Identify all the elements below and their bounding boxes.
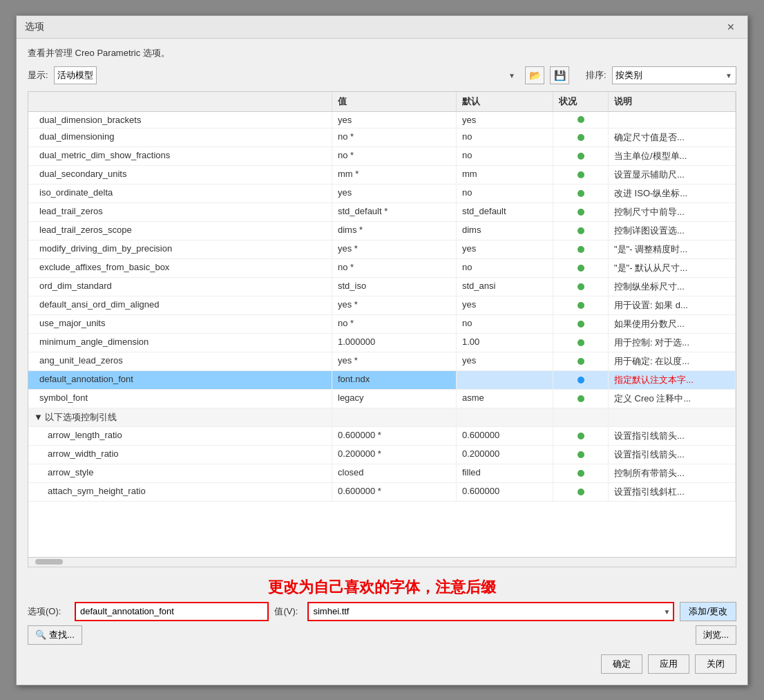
row-status: [553, 315, 609, 333]
row-default: mm: [457, 166, 553, 184]
close-dialog-button[interactable]: 关闭: [695, 654, 736, 674]
status-dot: [577, 246, 584, 253]
sort-select-wrapper: 按类别: [612, 66, 736, 84]
row-default: asme: [457, 390, 553, 408]
table-row[interactable]: symbol_font legacy asme 定义 Creo 注释中...: [28, 390, 736, 408]
table-row[interactable]: ang_unit_lead_zeros yes * yes 用于确定: 在以度.…: [28, 352, 736, 371]
section-label: ▼ 以下选项控制引线: [28, 408, 332, 426]
sort-label: 排序:: [586, 69, 607, 82]
row-default: filled: [457, 464, 553, 482]
row-desc: 如果使用分数尺...: [609, 315, 736, 333]
table-row[interactable]: dual_metric_dim_show_fractions no * no 当…: [28, 147, 736, 166]
row-default: no: [457, 185, 553, 202]
section-value: [332, 408, 457, 426]
status-dot: [577, 358, 584, 365]
table-row[interactable]: dual_secondary_units mm * mm 设置显示辅助尺...: [28, 166, 736, 185]
row-desc: 定义 Creo 注释中...: [609, 390, 736, 408]
row-value: 0.600000 *: [332, 427, 457, 445]
row-status: [553, 259, 609, 277]
row-desc: 当主单位/模型单...: [609, 147, 736, 165]
row-desc: 设置显示辅助尺...: [609, 166, 736, 184]
row-value: dims *: [332, 222, 457, 240]
table-row[interactable]: ord_dim_standard std_iso std_ansi 控制纵坐标尺…: [28, 278, 736, 296]
row-status: [553, 147, 609, 165]
row-status: [553, 222, 609, 240]
dialog-title: 选项: [25, 21, 44, 33]
status-dot: [577, 395, 584, 402]
table-row[interactable]: use_major_units no * no 如果使用分数尺...: [28, 315, 736, 334]
horizontal-scrollbar[interactable]: [28, 557, 736, 567]
table-body[interactable]: dual_dimension_brackets yes yes dual_dim…: [28, 112, 736, 557]
status-dot: [577, 321, 584, 328]
row-value: no *: [332, 129, 457, 146]
row-status: [553, 129, 609, 146]
dialog-body: 查看并管理 Creo Parametric 选项。 显示: 活动模型 📂 💾 排…: [17, 39, 747, 685]
save-button[interactable]: 💾: [550, 66, 569, 84]
status-dot: [577, 433, 584, 439]
table-row[interactable]: arrow_style closed filled 控制所有带箭头...: [28, 464, 736, 483]
row-desc: "是"- 调整精度时...: [609, 240, 736, 258]
row-desc: "是"- 默认从尺寸...: [609, 259, 736, 277]
add-change-button[interactable]: 添加/更改: [680, 602, 736, 621]
status-dot: [577, 209, 584, 216]
option-input[interactable]: [75, 602, 269, 621]
row-name: arrow_width_ratio: [28, 446, 332, 464]
row-value: 1.000000: [332, 334, 457, 352]
row-default: 0.600000: [457, 483, 553, 501]
footer-row: 确定 应用 关闭: [28, 649, 736, 677]
row-name: lead_trail_zeros: [28, 203, 332, 221]
row-default: yes: [457, 296, 553, 314]
table-row[interactable]: lead_trail_zeros_scope dims * dims 控制详图设…: [28, 222, 736, 240]
row-value: 0.600000 *: [332, 483, 457, 501]
browse-button[interactable]: 浏览...: [696, 625, 736, 645]
close-button[interactable]: ✕: [723, 20, 739, 34]
table-row[interactable]: default_ansi_ord_dim_aligned yes * yes 用…: [28, 296, 736, 315]
search-icon: 🔍: [35, 630, 46, 640]
row-desc: 确定尺寸值是否...: [609, 129, 736, 146]
apply-button[interactable]: 应用: [648, 654, 689, 674]
status-dot-blue: [577, 377, 584, 384]
status-dot: [577, 339, 584, 346]
value-select[interactable]: simhei.ttf: [307, 602, 674, 621]
row-name: use_major_units: [28, 315, 332, 333]
table-row[interactable]: iso_ordinate_delta yes no 改进 ISO-纵坐标...: [28, 185, 736, 203]
table-header: 值 默认 状况 说明: [28, 92, 736, 112]
row-desc: 控制尺寸中前导...: [609, 203, 736, 221]
table-row[interactable]: modify_driving_dim_by_precision yes * ye…: [28, 240, 736, 259]
table-row[interactable]: arrow_width_ratio 0.200000 * 0.200000 设置…: [28, 446, 736, 464]
row-status: [553, 371, 609, 389]
row-name: dual_secondary_units: [28, 166, 332, 184]
row-value: yes: [332, 185, 457, 202]
row-desc: 改进 ISO-纵坐标...: [609, 185, 736, 202]
row-default: no: [457, 259, 553, 277]
row-value: closed: [332, 464, 457, 482]
row-status: [553, 334, 609, 352]
sort-select[interactable]: 按类别: [612, 66, 736, 84]
table-row[interactable]: lead_trail_zeros std_default * std_defau…: [28, 203, 736, 222]
search-button[interactable]: 🔍 查找...: [28, 625, 82, 645]
row-value: std_default *: [332, 203, 457, 221]
col-status: 状况: [553, 92, 609, 111]
table-row[interactable]: exclude_affixes_from_basic_box no * no "…: [28, 259, 736, 278]
row-name: exclude_affixes_from_basic_box: [28, 259, 332, 277]
row-value: yes *: [332, 352, 457, 370]
table-row[interactable]: attach_sym_height_ratio 0.600000 * 0.600…: [28, 483, 736, 502]
filter-select[interactable]: 活动模型: [54, 66, 97, 84]
filter-select-wrapper: 活动模型: [54, 66, 519, 84]
title-bar: 选项 ✕: [17, 16, 747, 39]
table-row[interactable]: dual_dimension_brackets yes yes: [28, 112, 736, 129]
row-value: no *: [332, 315, 457, 333]
col-desc: 说明: [609, 92, 736, 111]
row-value: yes: [332, 112, 457, 128]
row-default: dims: [457, 222, 553, 240]
row-status: [553, 166, 609, 184]
table-row[interactable]: arrow_length_ratio 0.600000 * 0.600000 设…: [28, 427, 736, 446]
table-row-annotation-font[interactable]: default_annotation_font font.ndx 指定默认注文本…: [28, 371, 736, 390]
table-row[interactable]: dual_dimensioning no * no 确定尺寸值是否...: [28, 129, 736, 147]
table-row[interactable]: minimum_angle_dimension 1.000000 1.00 用于…: [28, 334, 736, 352]
status-dot: [577, 116, 584, 123]
row-name: modify_driving_dim_by_precision: [28, 240, 332, 258]
row-name: symbol_font: [28, 390, 332, 408]
ok-button[interactable]: 确定: [601, 654, 642, 674]
open-folder-button[interactable]: 📂: [525, 66, 544, 84]
